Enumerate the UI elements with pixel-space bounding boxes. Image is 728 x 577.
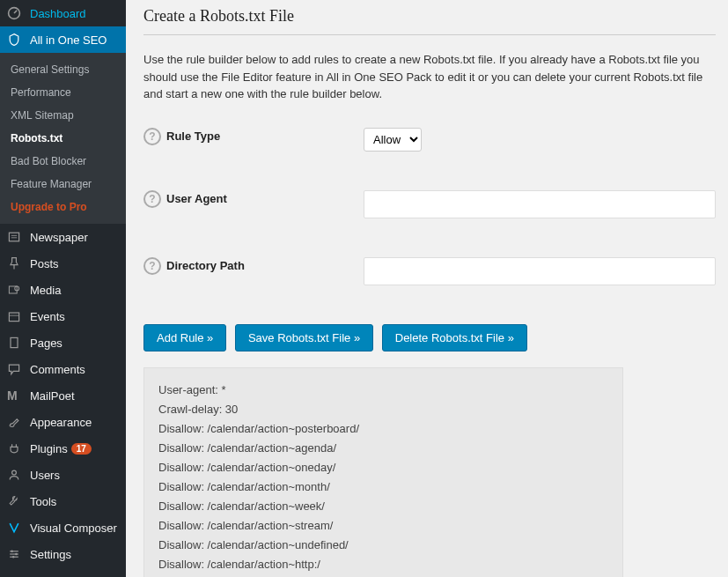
svg-rect-6 — [9, 313, 18, 322]
submenu-performance[interactable]: Performance — [0, 81, 126, 104]
page-title: Create a Robots.txt File — [143, 0, 716, 35]
sidebar-label: Visual Composer — [30, 522, 117, 535]
sidebar-item-dashboard[interactable]: Dashboard — [0, 0, 126, 26]
directory-path-label: Directory Path — [166, 259, 245, 272]
submenu-general[interactable]: General Settings — [0, 58, 126, 81]
svg-rect-8 — [11, 337, 18, 347]
svg-point-13 — [11, 551, 12, 552]
page-icon — [7, 336, 25, 350]
rule-type-label: Rule Type — [166, 129, 220, 143]
sidebar-item-users[interactable]: Users — [0, 462, 126, 488]
robots-line: Disallow: /calendar/action~stream/ — [158, 516, 608, 536]
sidebar-item-mailpoet[interactable]: M MailPoet — [0, 382, 126, 409]
sidebar-label: Settings — [30, 548, 71, 561]
main-content: Create a Robots.txt File Use the rule bu… — [126, 0, 728, 577]
robots-line: Disallow: /calendar/action~http:/ — [158, 555, 608, 574]
directory-path-input[interactable] — [364, 257, 716, 285]
robots-line: Disallow: /calendar/action~week/ — [158, 497, 608, 516]
svg-point-15 — [12, 556, 14, 558]
submenu-robots[interactable]: Robots.txt — [0, 127, 126, 150]
settings-icon — [7, 547, 25, 561]
robots-line: Disallow: /calendar/action~posterboard/ — [158, 419, 608, 439]
robots-line: User-agent: * — [158, 381, 608, 400]
svg-rect-1 — [9, 233, 18, 241]
button-row: Add Rule » Save Robots.txt File » Delete… — [143, 324, 716, 351]
sidebar-label: Newspaper — [30, 231, 88, 244]
sidebar-label: Dashboard — [30, 7, 86, 20]
mailpoet-icon: M — [7, 388, 25, 403]
plugin-icon — [7, 441, 25, 455]
aioseo-submenu: General Settings Performance XML Sitemap… — [0, 53, 126, 224]
sidebar-item-media[interactable]: Media — [0, 277, 126, 303]
admin-sidebar: Dashboard All in One SEO General Setting… — [0, 0, 126, 577]
newspaper-icon — [7, 230, 25, 244]
rule-type-select[interactable]: Allow — [364, 128, 422, 152]
sidebar-label: Appearance — [30, 416, 92, 429]
sidebar-label: All in One SEO — [30, 33, 107, 47]
sidebar-item-appearance[interactable]: Appearance — [0, 409, 126, 435]
save-button[interactable]: Save Robots.txt File » — [235, 324, 373, 351]
robots-preview: User-agent: * Crawl-delay: 30 Disallow: … — [143, 367, 623, 578]
media-icon — [7, 283, 25, 297]
sidebar-label: Users — [30, 469, 60, 482]
brush-icon — [7, 415, 25, 429]
calendar-icon — [7, 309, 25, 323]
sidebar-item-plugins[interactable]: Plugins 17 — [0, 435, 126, 462]
comment-icon — [7, 362, 25, 376]
dashboard-icon — [7, 6, 25, 20]
submenu-sitemap[interactable]: XML Sitemap — [0, 104, 126, 127]
svg-point-9 — [12, 470, 17, 475]
submenu-feature[interactable]: Feature Manager — [0, 173, 126, 196]
delete-button[interactable]: Delete Robots.txt File » — [382, 324, 527, 351]
sidebar-label: Events — [30, 310, 65, 323]
robots-line: Disallow: /calendar/action~agenda/ — [158, 439, 608, 458]
submenu-upgrade[interactable]: Upgrade to Pro — [0, 196, 126, 218]
help-icon[interactable]: ? — [143, 190, 161, 208]
field-rule-type: ? Rule Type Allow — [143, 128, 716, 152]
user-agent-label: User Agent — [166, 192, 227, 205]
robots-line: Crawl-delay: 30 — [158, 400, 608, 419]
sidebar-item-comments[interactable]: Comments — [0, 356, 126, 382]
sidebar-item-posts[interactable]: Posts — [0, 250, 126, 277]
sidebar-item-visual-composer[interactable]: Visual Composer — [0, 514, 126, 541]
sidebar-label: Pages — [30, 337, 63, 350]
user-agent-input[interactable] — [364, 190, 716, 218]
sidebar-item-events[interactable]: Events — [0, 303, 126, 329]
wrench-icon — [7, 494, 25, 508]
help-icon[interactable]: ? — [143, 257, 161, 275]
robots-line: Disallow: /calendar/action~undefined/ — [158, 536, 608, 555]
sidebar-item-pages[interactable]: Pages — [0, 329, 126, 356]
visual-composer-icon — [7, 521, 25, 535]
sidebar-item-settings[interactable]: Settings — [0, 541, 126, 567]
robots-line: Disallow: /calendar/action~oneday/ — [158, 458, 608, 477]
sidebar-label: Tools — [30, 495, 56, 508]
pin-icon — [7, 256, 25, 270]
sidebar-item-aioseo[interactable]: All in One SEO — [0, 26, 126, 53]
sidebar-label: Media — [30, 284, 61, 297]
intro-text: Use the rule builder below to add rules … — [143, 51, 707, 103]
plugins-badge: 17 — [71, 443, 92, 455]
sidebar-label: MailPoet — [30, 389, 75, 403]
svg-point-14 — [15, 553, 17, 555]
sidebar-label: Plugins — [30, 442, 68, 455]
field-user-agent: ? User Agent — [143, 190, 716, 218]
sidebar-item-newspaper[interactable]: Newspaper — [0, 224, 126, 250]
field-directory-path: ? Directory Path — [143, 257, 716, 285]
submenu-badbot[interactable]: Bad Bot Blocker — [0, 150, 126, 173]
shield-icon — [7, 33, 25, 47]
robots-line: Disallow: /calendar/action~month/ — [158, 477, 608, 497]
sidebar-label: Comments — [30, 363, 85, 376]
sidebar-label: Posts — [30, 257, 59, 270]
sidebar-item-tools[interactable]: Tools — [0, 488, 126, 514]
user-icon — [7, 468, 25, 482]
help-icon[interactable]: ? — [143, 128, 161, 145]
add-rule-button[interactable]: Add Rule » — [143, 324, 226, 351]
